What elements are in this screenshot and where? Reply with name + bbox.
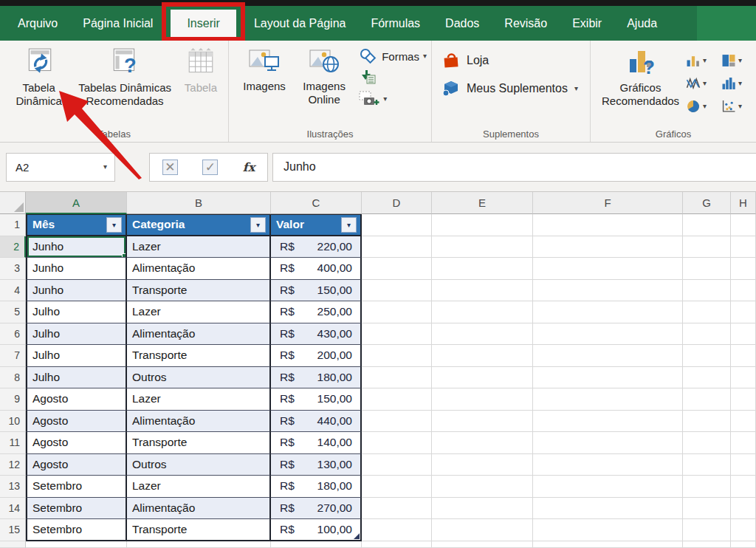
cell-G7[interactable] [683,345,731,367]
cell-A14[interactable]: Setembro [26,498,127,520]
online-pictures-button[interactable]: Imagens Online [294,45,354,109]
cell-C4[interactable]: R$150,00 [271,280,362,302]
histogram-chart-button[interactable]: ▾ [721,72,755,95]
treemap-chart-button[interactable]: ▾ [721,49,755,72]
row-header-1[interactable]: 1 [0,214,26,236]
cell-D15[interactable] [362,519,432,541]
formula-input[interactable]: Junho [272,153,756,182]
cell-H7[interactable] [731,345,756,367]
row-header-2[interactable]: 2 [0,236,26,258]
cell-A8[interactable]: Julho [26,367,127,389]
row-header-5[interactable]: 5 [0,301,26,323]
tab-inserir[interactable]: Inserir [171,10,236,38]
row-header-8[interactable]: 8 [0,367,26,389]
cell-H2[interactable] [731,236,756,258]
cell-B2[interactable]: Lazer [127,236,271,258]
pivot-table-button[interactable]: Tabela Dinâmica [6,45,72,110]
tab-dados[interactable]: Dados [438,10,487,38]
cell-E13[interactable] [432,476,533,498]
cell-F15[interactable] [533,519,683,541]
cell-E1[interactable] [432,214,533,236]
col-header-G[interactable]: G [683,192,731,214]
col-header-E[interactable]: E [432,192,533,214]
cell-E9[interactable] [432,388,533,411]
cell-D13[interactable] [362,476,432,498]
cell-D1[interactable] [362,214,432,236]
cell-B7[interactable]: Transporte [127,345,271,367]
cell-G15[interactable] [683,519,731,541]
cell-G1[interactable] [683,214,731,236]
cell-F9[interactable] [533,388,683,411]
tab-revisao[interactable]: Revisão [497,10,554,38]
tab-pagina-inicial[interactable]: Página Inicial [75,10,160,38]
cell-C10[interactable]: R$440,00 [271,411,362,433]
cell-F11[interactable] [533,432,683,454]
cell-A13[interactable]: Setembro [26,476,127,498]
column-chart-button[interactable]: ▾ [686,49,720,72]
cell-F1[interactable] [533,214,683,236]
cell-A5[interactable]: Julho [26,301,127,323]
insert-function-icon[interactable]: fx [243,160,255,174]
cell-B16[interactable] [127,541,271,548]
cell-H11[interactable] [731,432,756,454]
cell-B10[interactable]: Alimentação [127,411,271,433]
cell-A3[interactable]: Junho [26,258,127,280]
cell-D11[interactable] [362,432,432,454]
cell-B8[interactable]: Outros [127,367,271,389]
cell-B6[interactable]: Alimentação [127,323,271,346]
cell-A9[interactable]: Agosto [26,388,127,411]
cell-B14[interactable]: Alimentação [127,498,271,520]
cancel-icon[interactable]: ✕ [162,160,178,175]
cell-G13[interactable] [683,476,731,498]
cell-E5[interactable] [432,301,533,323]
cell-G12[interactable] [683,454,731,476]
cell-F13[interactable] [533,476,683,498]
cell-H9[interactable] [731,388,756,411]
cell-E7[interactable] [432,345,533,367]
cell-H13[interactable] [731,476,756,498]
my-addins-dropdown-icon[interactable]: ▾ [574,85,578,92]
cell-D12[interactable] [362,454,432,476]
store-button[interactable]: Loja [442,52,590,69]
cell-F3[interactable] [533,258,683,280]
cell-D2[interactable] [362,236,432,258]
filter-button-categoria[interactable]: ▾ [250,217,266,233]
cell-C13[interactable]: R$180,00 [271,476,362,498]
row-header-3[interactable]: 3 [0,258,26,280]
cell-F10[interactable] [533,411,683,433]
cell-H6[interactable] [731,323,756,346]
row-header-12[interactable]: 12 [0,454,26,476]
tab-formulas[interactable]: Fórmulas [363,10,427,38]
recommended-charts-button[interactable]: ? Gráficos Recomendados [599,45,681,110]
tab-ajuda[interactable]: Ajuda [619,10,664,38]
cell-G14[interactable] [683,498,731,520]
cell-A10[interactable]: Agosto [26,411,127,433]
cell-C14[interactable]: R$270,00 [271,498,362,520]
cell-H3[interactable] [731,258,756,280]
cell-F4[interactable] [533,280,683,302]
cell-C16[interactable] [271,541,362,548]
row-header-10[interactable]: 10 [0,411,26,433]
cell-H14[interactable] [731,498,756,520]
row-header-13[interactable]: 13 [0,476,26,498]
name-box-dropdown-icon[interactable]: ▾ [103,163,114,171]
cell-A6[interactable]: Julho [26,323,127,346]
cell-E4[interactable] [432,280,533,302]
cell-G5[interactable] [683,301,731,323]
pictures-button[interactable]: Imagens [235,45,294,95]
cell-C2[interactable]: R$220,00 [271,236,362,258]
line-chart-button[interactable]: ▾ [686,72,720,95]
cell-C9[interactable]: R$150,00 [271,388,362,411]
cell-G6[interactable] [683,323,731,346]
row-header-4[interactable]: 4 [0,280,26,302]
screenshot-button[interactable]: ▾ [359,91,427,106]
row-header-15[interactable]: 15 [0,519,26,541]
cell-G3[interactable] [683,258,731,280]
table-header-mes[interactable]: Mês▾ [26,214,127,236]
tab-arquivo[interactable]: Arquivo [10,10,65,38]
cell-B13[interactable]: Lazer [127,476,271,498]
col-header-D[interactable]: D [362,192,432,214]
cell-H10[interactable] [731,411,756,433]
cell-E2[interactable] [432,236,533,258]
col-header-B[interactable]: B [127,192,271,214]
